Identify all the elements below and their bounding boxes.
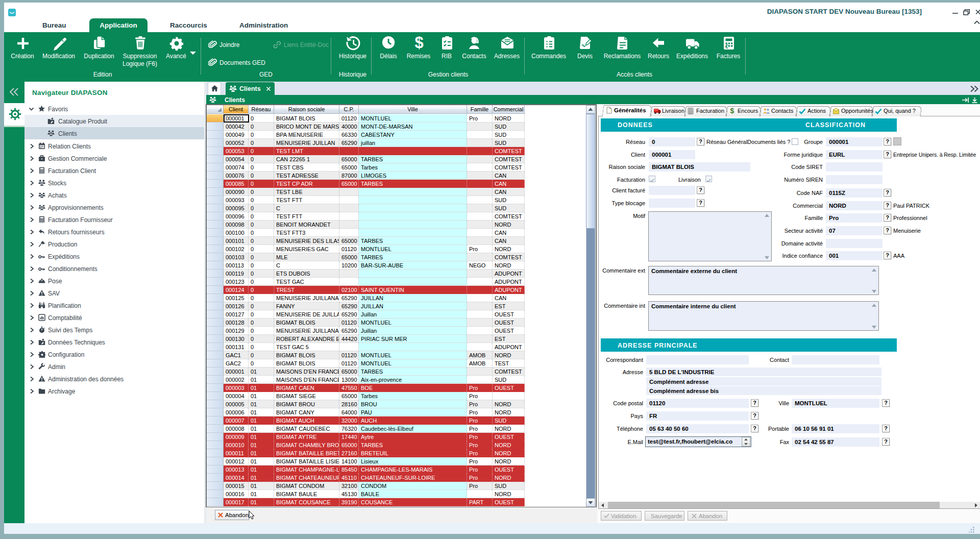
svg-text:$: $	[414, 34, 423, 50]
svg-text:$: $	[730, 107, 734, 114]
svg-text:€: €	[725, 44, 728, 50]
